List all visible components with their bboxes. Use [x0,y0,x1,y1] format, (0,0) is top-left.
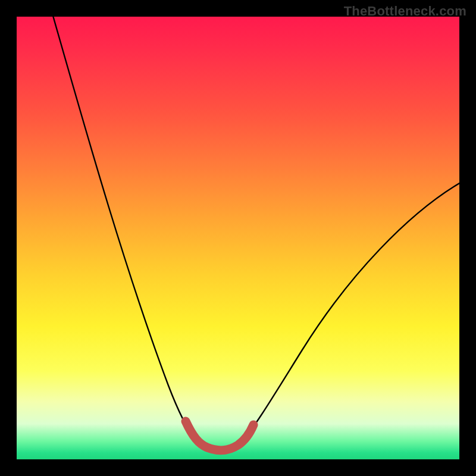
v-curve-left [52,17,195,439]
bottom-highlight [186,421,253,450]
watermark-text: TheBottleneck.com [344,4,466,19]
plot-area [17,17,459,459]
curve-layer [17,17,459,459]
v-curve-right [243,183,459,440]
outer-frame: TheBottleneck.com [0,0,476,476]
